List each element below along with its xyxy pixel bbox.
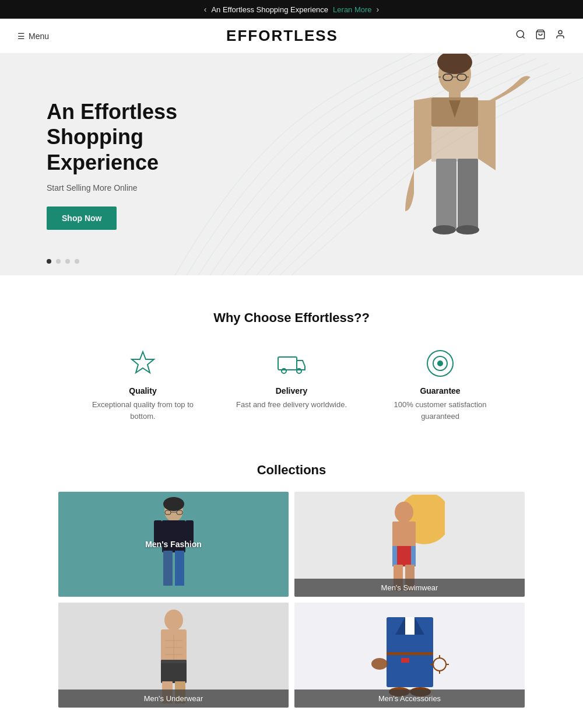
header-icons [515, 29, 566, 43]
menu-icon: ☰ [17, 32, 25, 41]
collection-mens-swimwear[interactable]: Men's Swimwear [294, 492, 525, 597]
hero-title: An Effortless Shopping Experience [47, 99, 216, 175]
svg-point-26 [163, 497, 184, 511]
announcement-learn-more[interactable]: Leran More [333, 5, 371, 14]
guarantee-icon [426, 349, 455, 378]
guarantee-title: Guarantee [382, 386, 498, 396]
delivery-icon [277, 349, 306, 378]
hero-content: An Effortless Shopping Experience Start … [0, 64, 262, 265]
search-icon[interactable] [515, 29, 526, 43]
mens-fashion-center-label: Men's Fashion [145, 540, 202, 549]
collections-grid: Men's Fashion [58, 492, 525, 708]
svg-rect-54 [405, 617, 415, 635]
feature-guarantee: Guarantee 100% customer satisfaction gua… [382, 349, 498, 422]
guarantee-desc: 100% customer satisfaction guaranteed [382, 399, 498, 422]
cart-icon[interactable] [535, 29, 546, 43]
collection-mens-accessories[interactable]: Men's Accessories [294, 603, 525, 708]
svg-point-36 [395, 502, 413, 523]
announcement-prev-arrow[interactable]: ‹ [204, 5, 207, 14]
quality-desc: Exceptional quality from top to bottom. [85, 399, 201, 422]
svg-rect-40 [411, 546, 416, 566]
shop-now-button[interactable]: Shop Now [47, 206, 117, 230]
svg-rect-55 [401, 658, 409, 663]
site-logo[interactable]: EFFORTLESS [49, 27, 515, 45]
menu-label: Menu [29, 32, 49, 41]
collection-mens-underwear[interactable]: Men's Underwear [58, 603, 289, 708]
svg-point-24 [438, 361, 442, 366]
features-grid: Quality Exceptional quality from top to … [23, 349, 560, 422]
mens-accessories-label: Men's Accessories [294, 690, 525, 708]
mens-swimwear-label: Men's Swimwear [294, 579, 525, 597]
hero-section: An Effortless Shopping Experience Start … [0, 54, 583, 275]
feature-delivery: Delivery Fast and free delivery worldwid… [236, 349, 347, 422]
announcement-bar: ‹ An Effortless Shopping Experience Lera… [0, 0, 583, 19]
svg-rect-9 [436, 159, 456, 229]
delivery-desc: Fast and free delivery worldwide. [236, 399, 347, 411]
collections-title: Collections [58, 463, 525, 478]
svg-line-1 [522, 36, 524, 38]
why-choose-section: Why Choose Effortless?? Quality Exceptio… [0, 275, 583, 445]
svg-rect-39 [392, 546, 397, 566]
feature-quality: Quality Exceptional quality from top to … [85, 349, 201, 422]
svg-point-43 [164, 610, 183, 631]
account-icon[interactable] [555, 29, 566, 43]
collections-section: Collections [0, 445, 583, 728]
svg-rect-37 [392, 522, 416, 548]
svg-rect-60 [433, 658, 446, 671]
svg-point-12 [456, 225, 479, 235]
menu-button[interactable]: ☰ Menu [17, 32, 49, 41]
svg-rect-19 [278, 357, 297, 370]
svg-point-3 [559, 30, 562, 34]
svg-rect-50 [161, 660, 187, 663]
announcement-text: An Effortless Shopping Experience [211, 5, 328, 14]
mens-underwear-label: Men's Underwear [58, 690, 289, 708]
svg-point-11 [433, 225, 456, 235]
svg-rect-32 [175, 551, 184, 586]
svg-rect-58 [387, 652, 433, 655]
hero-subtitle: Start Selling More Online [47, 183, 216, 192]
header: ☰ Menu EFFORTLESS [0, 19, 583, 54]
collection-mens-fashion[interactable]: Men's Fashion [58, 492, 289, 597]
delivery-title: Delivery [236, 386, 347, 396]
svg-point-0 [517, 30, 524, 37]
svg-rect-10 [458, 159, 478, 229]
quality-title: Quality [85, 386, 201, 396]
svg-marker-18 [132, 352, 154, 373]
model-svg [373, 54, 536, 275]
svg-point-59 [371, 658, 388, 670]
hero-model-image [361, 54, 548, 275]
announcement-next-arrow[interactable]: › [377, 5, 380, 14]
svg-rect-31 [163, 551, 173, 586]
why-choose-title: Why Choose Effortless?? [23, 310, 560, 326]
quality-icon [128, 349, 157, 378]
